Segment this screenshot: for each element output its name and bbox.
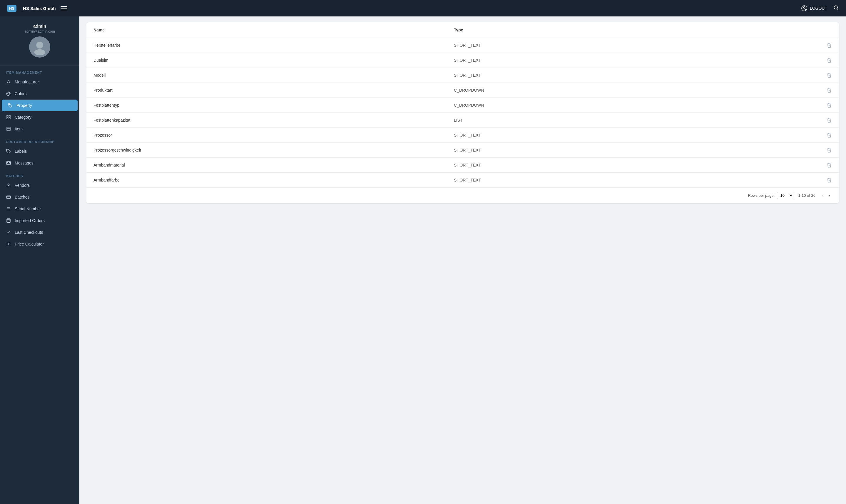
sidebar-item-last-checkouts[interactable]: Last Checkouts (0, 227, 80, 238)
checkout-icon (6, 230, 11, 235)
cell-name-3: Produktart (93, 88, 454, 92)
section-batches: BATCHES (0, 169, 80, 179)
sidebar-label-last-checkouts: Last Checkouts (15, 230, 43, 235)
batch-icon (6, 194, 11, 200)
sidebar-item-serial-number[interactable]: Serial Number (0, 203, 80, 215)
svg-point-8 (7, 92, 8, 93)
sidebar-item-vendors[interactable]: Vendors (0, 179, 80, 191)
search-icon (833, 5, 839, 11)
delete-button-6[interactable] (814, 132, 832, 138)
table-row: Prozessorgeschwindigkeit SHORT_TEXT (86, 143, 839, 158)
rows-per-page-control: Rows per page: 102550100 (748, 192, 793, 199)
person-icon (6, 79, 11, 85)
menu-button[interactable] (61, 6, 67, 10)
svg-line-3 (837, 8, 839, 10)
delete-button-1[interactable] (814, 58, 832, 63)
svg-point-11 (9, 104, 10, 105)
table-row: Festplattenkapazität LIST (86, 113, 839, 128)
sidebar-item-batches[interactable]: Batches (0, 191, 80, 203)
column-header-name: Name (93, 28, 454, 32)
sidebar-item-property[interactable]: Property (2, 100, 77, 111)
svg-point-4 (36, 42, 43, 49)
top-navbar: HS HS Sales Gmbh LOGOUT (0, 0, 846, 16)
table-body: Herstellerfarbe SHORT_TEXT Dualsim SHORT… (86, 38, 839, 187)
delete-button-7[interactable] (814, 147, 832, 153)
order-icon (6, 218, 11, 223)
sidebar-item-category[interactable]: Category (0, 111, 80, 123)
table-row: Herstellerfarbe SHORT_TEXT (86, 38, 839, 53)
delete-button-3[interactable] (814, 88, 832, 93)
svg-point-7 (7, 93, 7, 94)
cell-name-9: Armbandfarbe (93, 178, 454, 182)
svg-point-10 (10, 93, 10, 94)
cell-name-2: Modell (93, 73, 454, 77)
sidebar-item-labels[interactable]: Labels (0, 145, 80, 157)
label-icon (6, 149, 11, 154)
svg-point-9 (9, 92, 10, 93)
sidebar-label-serial-number: Serial Number (15, 206, 41, 211)
calc-icon (6, 241, 11, 247)
sidebar-item-imported-orders[interactable]: Imported Orders (0, 215, 80, 227)
svg-rect-21 (6, 196, 10, 198)
avatar-icon (32, 39, 47, 55)
svg-rect-12 (7, 115, 8, 117)
svg-point-2 (834, 5, 838, 9)
palette-icon (6, 91, 11, 96)
trash-icon (827, 88, 832, 93)
trash-icon (827, 118, 832, 123)
prev-page-button[interactable]: ‹ (820, 192, 825, 199)
logout-button[interactable]: LOGOUT (801, 5, 827, 12)
table-row: Armbandfarbe SHORT_TEXT (86, 173, 839, 187)
sidebar-item-colors[interactable]: Colors (0, 88, 80, 100)
property-table-card: Name Type Herstellerfarbe SHORT_TEXT Dua… (86, 22, 839, 203)
cell-name-7: Prozessorgeschwindigkeit (93, 148, 454, 152)
sidebar-item-item[interactable]: Item (0, 123, 80, 135)
vendor-icon (6, 183, 11, 188)
serial-icon (6, 206, 11, 212)
search-button[interactable] (833, 5, 839, 12)
svg-rect-16 (7, 127, 10, 131)
sidebar-item-messages[interactable]: Messages (0, 157, 80, 169)
cell-name-5: Festplattenkapazität (93, 118, 454, 123)
table-row: Produktart C_DROPDOWN (86, 83, 839, 98)
delete-button-0[interactable] (814, 42, 832, 48)
app-title: HS Sales Gmbh (23, 6, 56, 11)
rows-per-page-select[interactable]: 102550100 (777, 192, 793, 199)
cell-type-1: SHORT_TEXT (454, 58, 814, 62)
delete-button-4[interactable] (814, 103, 832, 108)
navbar-right: LOGOUT (801, 5, 839, 12)
item-icon (6, 126, 11, 131)
sidebar-label-category: Category (15, 115, 32, 120)
category-icon (6, 114, 11, 120)
trash-icon (827, 103, 832, 108)
cell-name-8: Armbandmaterial (93, 163, 454, 167)
rows-per-page-label: Rows per page: (748, 193, 775, 198)
tag-icon (7, 103, 13, 108)
trash-icon (827, 73, 832, 78)
pagination-bar: Rows per page: 102550100 1-10 of 26 ‹ › (86, 187, 839, 203)
column-header-actions (814, 28, 832, 32)
person-circle-icon (801, 5, 808, 12)
trash-icon (827, 162, 832, 168)
delete-button-5[interactable] (814, 118, 832, 123)
cell-type-6: SHORT_TEXT (454, 133, 814, 138)
delete-button-2[interactable] (814, 73, 832, 78)
sidebar-username: admin (5, 23, 75, 29)
column-header-type: Type (454, 28, 814, 32)
table-row: Armbandmaterial SHORT_TEXT (86, 158, 839, 173)
sidebar-item-manufacturer[interactable]: Manufacturer (0, 76, 80, 88)
next-page-button[interactable]: › (827, 192, 832, 199)
sidebar-item-price-calculator[interactable]: Price Calculator (0, 238, 80, 250)
cell-type-0: SHORT_TEXT (454, 43, 814, 48)
sidebar-label-messages: Messages (15, 161, 34, 165)
delete-button-9[interactable] (814, 177, 832, 183)
svg-point-6 (7, 80, 9, 82)
sidebar-label-batches: Batches (15, 195, 30, 199)
sidebar-user: admin admin@admin.com (0, 16, 80, 66)
svg-point-20 (7, 184, 9, 185)
trash-icon (827, 177, 832, 183)
sidebar-label-price-calculator: Price Calculator (15, 242, 44, 247)
delete-button-8[interactable] (814, 162, 832, 168)
cell-type-8: SHORT_TEXT (454, 163, 814, 167)
main-content: Name Type Herstellerfarbe SHORT_TEXT Dua… (80, 16, 846, 504)
